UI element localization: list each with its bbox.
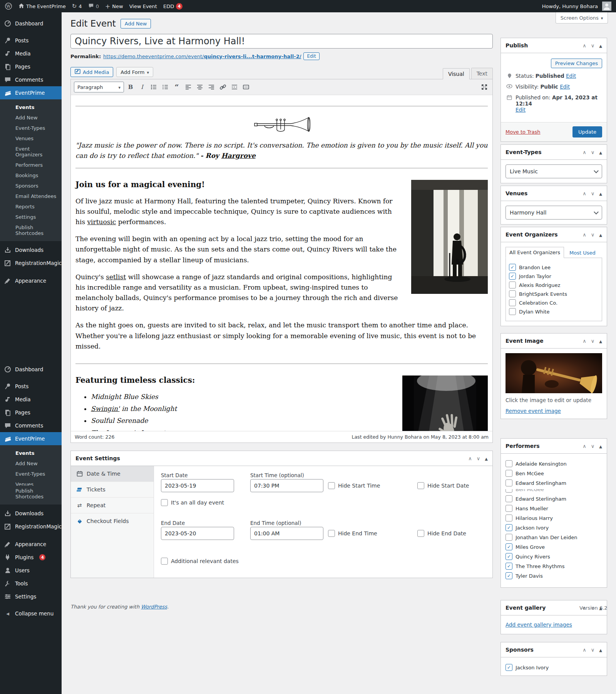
tab-repeat[interactable]: Repeat [71, 498, 154, 513]
end-time-input[interactable] [250, 527, 323, 540]
performer-checkbox[interactable]: Miles Grove [506, 543, 602, 550]
add-new-button[interactable]: Add New [121, 19, 151, 28]
sidebar-subitem-bookings[interactable]: Bookings [0, 170, 62, 181]
sidebar-subitem-events-2[interactable]: Events [0, 448, 62, 458]
tab-tickets[interactable]: Tickets [71, 482, 154, 498]
sidebar-item-posts[interactable]: Posts [0, 34, 62, 47]
italic-button[interactable]: I [137, 82, 147, 92]
organizer-checkbox[interactable]: Alexis Rodriguez [509, 282, 599, 288]
move-up-icon[interactable] [583, 443, 586, 449]
sidebar-item-media[interactable]: Media [0, 47, 62, 60]
update-button[interactable]: Update [572, 126, 602, 137]
collapse-toggle-icon[interactable] [599, 191, 602, 196]
sidebar-item-users[interactable]: Users [0, 564, 62, 577]
sidebar-subitem-venues[interactable]: Venues [0, 133, 62, 144]
sidebar-item-media-2[interactable]: Media [0, 393, 62, 406]
paragraph-format-dropdown[interactable]: Paragraph [74, 82, 124, 92]
move-up-icon[interactable] [583, 43, 586, 49]
tab-all-organizers[interactable]: All Event Organizers [506, 247, 564, 258]
performer-checkbox[interactable]: Hilarious Harry [506, 515, 602, 521]
sidebar-subitem-venues-2[interactable]: Venues [0, 479, 62, 486]
sidebar-item-eventprime[interactable]: EventPrime [0, 86, 62, 99]
performer-checkbox[interactable]: The Three Rhythms [506, 563, 602, 570]
performer-checkbox[interactable]: Adelaide Kensington [506, 460, 602, 467]
updates-menu[interactable]: 4 [72, 3, 82, 10]
move-down-icon[interactable] [591, 149, 595, 155]
performer-checkbox[interactable]: Edward Sterlingham [506, 495, 602, 502]
sponsor-checkbox[interactable]: Jackson Ivory [506, 664, 602, 671]
sidebar-subitem-event-organizers[interactable]: Event Organizers [0, 144, 62, 160]
sidebar-item-settings[interactable]: Settings [0, 590, 62, 603]
collapse-toggle-icon[interactable] [599, 149, 602, 155]
screen-options-tab[interactable]: Screen Options [556, 12, 608, 23]
sidebar-item-collapse-menu[interactable]: Collapse menu [0, 607, 62, 620]
wordpress-logo-icon[interactable]: W [5, 2, 12, 10]
bold-button[interactable]: B [126, 82, 136, 92]
edit-published-link[interactable]: Edit [516, 107, 526, 113]
move-down-icon[interactable] [591, 43, 595, 49]
sidebar-item-registrationmagic-2[interactable]: RegistrationMagic [0, 520, 62, 533]
organizer-checkbox[interactable]: Jordan Taylor [509, 273, 599, 280]
event-featured-image[interactable] [506, 353, 602, 393]
end-date-input[interactable] [161, 527, 234, 540]
organizer-checkbox[interactable]: Brandon Lee [509, 264, 599, 271]
sidebar-subitem-sponsors[interactable]: Sponsors [0, 181, 62, 191]
add-gallery-images-link[interactable]: Add event gallery images [506, 622, 572, 628]
sidebar-subitem-event-types[interactable]: Event-Types [0, 123, 62, 133]
sidebar-item-dashboard-2[interactable]: Dashboard [0, 363, 62, 376]
link-button[interactable] [218, 82, 228, 92]
move-down-icon[interactable] [591, 232, 595, 238]
tab-visual[interactable]: Visual [443, 68, 470, 79]
collapse-toggle-icon[interactable] [599, 43, 602, 49]
event-type-select[interactable]: Live Music [506, 164, 602, 178]
sidebar-subitem-settings[interactable]: Settings [0, 212, 62, 222]
hide-end-time-checkbox[interactable]: Hide End Time [328, 530, 377, 537]
move-down-icon[interactable] [591, 191, 595, 196]
organizer-checkbox[interactable]: BrightSpark Events [509, 290, 599, 297]
toolbar-toggle-button[interactable] [241, 82, 251, 92]
sidebar-item-pages[interactable]: Pages [0, 60, 62, 73]
move-up-icon[interactable] [583, 191, 586, 196]
sidebar-item-comments-2[interactable]: Comments [0, 419, 62, 432]
edit-visibility-link[interactable]: Edit [560, 84, 570, 90]
preview-changes-button[interactable]: Preview Changes [551, 59, 602, 68]
sidebar-subitem-events[interactable]: Events [0, 102, 62, 112]
sidebar-item-tools[interactable]: Tools [0, 577, 62, 590]
collapse-toggle-icon[interactable] [599, 338, 602, 344]
sidebar-subitem-add-new-2[interactable]: Add New [0, 458, 62, 469]
venue-select[interactable]: Harmony Hall [506, 206, 602, 220]
collapse-toggle-icon[interactable] [485, 456, 488, 461]
sidebar-subitem-reports[interactable]: Reports [0, 201, 62, 212]
align-center-button[interactable] [195, 82, 205, 92]
hide-start-time-checkbox[interactable]: Hide Start Time [328, 482, 380, 489]
bullet-list-button[interactable] [149, 82, 159, 92]
edit-status-link[interactable]: Edit [566, 73, 576, 79]
sidebar-item-posts-2[interactable]: Posts [0, 380, 62, 393]
view-event-link[interactable]: View Event [129, 3, 157, 9]
numbered-list-button[interactable] [160, 82, 170, 92]
sidebar-item-plugins[interactable]: Plugins 4 [0, 551, 62, 564]
sidebar-subitem-event-types-2[interactable]: Event-Types [0, 469, 62, 479]
move-to-trash-link[interactable]: Move to Trash [506, 129, 541, 135]
performer-checkbox[interactable]: Hans Mueller [506, 505, 602, 512]
performer-checkbox[interactable]: Quincy Rivers [506, 553, 602, 560]
start-date-input[interactable] [161, 479, 234, 492]
sidebar-item-registrationmagic[interactable]: RegistrationMagic [0, 256, 62, 270]
sidebar-item-downloads-2[interactable]: Downloads [0, 507, 62, 520]
collapse-toggle-icon[interactable] [599, 443, 602, 449]
organizer-checkbox[interactable]: Dylan White [509, 308, 599, 315]
new-content-menu[interactable]: New [105, 3, 123, 10]
collapse-toggle-icon[interactable] [599, 647, 602, 653]
remove-event-image-link[interactable]: Remove event image [506, 408, 561, 414]
move-up-icon[interactable] [583, 338, 586, 344]
collapse-toggle-icon[interactable] [599, 232, 602, 238]
sidebar-subitem-publish-shortcodes-2[interactable]: Publish Shortcodes [0, 486, 62, 502]
move-up-icon[interactable] [583, 647, 586, 653]
sidebar-item-dashboard[interactable]: Dashboard [0, 17, 62, 30]
tab-most-used[interactable]: Most Used [569, 248, 596, 258]
performer-checkbox[interactable]: Jonathan Van Der Leiden [506, 534, 602, 541]
sidebar-subitem-performers[interactable]: Performers [0, 160, 62, 170]
sidebar-subitem-email-attendees[interactable]: Email Attendees [0, 191, 62, 201]
add-form-dropdown[interactable]: Add Form [116, 67, 153, 77]
edd-menu[interactable]: EDD 4 [163, 3, 182, 10]
